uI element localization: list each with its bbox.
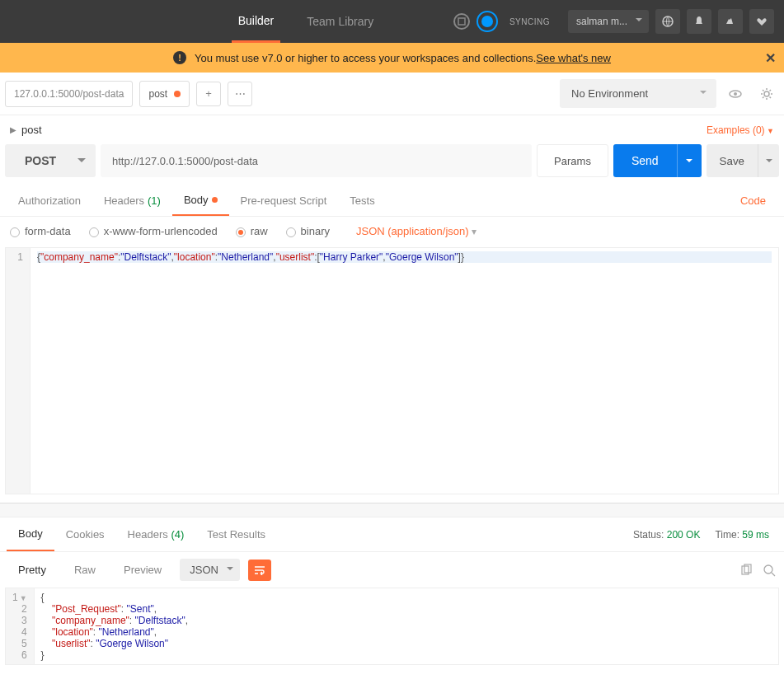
response-tabs: Body Cookies Headers (4) Test Results St… [0,517,784,552]
resp-tab-body[interactable]: Body [7,517,54,551]
params-button[interactable]: Params [537,144,608,177]
sync-status: SYNCING [509,17,550,26]
resp-tab-testresults[interactable]: Test Results [195,518,277,550]
status-label: Status: [633,529,664,541]
wrap-lines-button[interactable] [248,560,271,581]
env-quicklook-icon[interactable] [723,82,748,106]
unsaved-dot-icon [174,91,181,97]
view-preview[interactable]: Preview [114,559,171,581]
heart-icon[interactable] [749,9,774,34]
status-value: 200 OK [667,529,701,541]
send-options-button[interactable] [677,144,702,177]
tab-body-label: Body [184,194,209,206]
svg-point-7 [764,565,772,574]
request-body-editor[interactable]: 1 {"company_name":"Delftstack","location… [5,247,779,494]
svg-point-4 [764,91,769,96]
tab-authorization[interactable]: Authorization [7,186,92,215]
tab-tests[interactable]: Tests [338,186,386,215]
resp-tab-headers-label: Headers [128,528,168,541]
response-toolbar: Pretty Raw Preview JSON [0,552,784,588]
request-tab-current[interactable]: post [139,81,190,107]
editor-gutter: 1 [6,248,31,494]
whats-new-link[interactable]: See what's new [536,52,611,64]
examples-dropdown[interactable]: Examples (0) [707,124,774,136]
tab-headers[interactable]: Headers (1) [92,186,172,215]
svg-line-8 [772,573,775,576]
url-input[interactable] [101,144,532,177]
content-type-dropdown[interactable]: JSON (application/json) [356,225,477,237]
env-settings-icon[interactable] [754,82,779,106]
capture-icon[interactable] [453,13,470,30]
radio-binary[interactable]: binary [286,225,330,237]
time-value: 59 ms [742,529,769,541]
send-button[interactable]: Send [613,144,677,177]
view-raw[interactable]: Raw [64,559,106,581]
browse-icon[interactable] [655,9,680,34]
save-options-button[interactable] [758,144,779,177]
warning-icon: ! [173,51,186,64]
request-tab-prev[interactable]: 127.0.0.1:5000/post-data [5,81,133,107]
breadcrumb-title: post [21,124,42,136]
environment-dropdown[interactable]: No Environment [560,79,716,108]
method-dropdown[interactable]: POST [5,144,96,177]
resp-gutter: 1▼ 2 3 4 5 6 [6,588,35,664]
tab-options-button[interactable]: ⋯ [228,82,252,106]
user-dropdown[interactable]: salman m... [568,10,649,33]
resp-tab-headers[interactable]: Headers (4) [116,518,196,550]
view-pretty[interactable]: Pretty [8,559,56,581]
response-body-editor[interactable]: 1▼ 2 3 4 5 6 { "Post_Request": "Sent", "… [5,588,779,665]
request-subtabs: Authorization Headers (1) Body Pre-reque… [0,185,784,217]
resp-tab-headers-count: (4) [171,528,184,541]
tab-headers-count: (1) [148,194,161,207]
resp-tab-cookies[interactable]: Cookies [54,518,116,550]
radio-raw[interactable]: raw [236,225,268,237]
settings-icon[interactable] [718,9,743,34]
tab-headers-label: Headers [104,194,144,207]
warning-text: You must use v7.0 or higher to access yo… [195,52,536,64]
time-label: Time: [715,529,739,541]
body-type-row: form-data x-www-form-urlencoded raw bina… [0,217,784,246]
breadcrumb-arrow-icon: ▶ [10,125,16,134]
svg-rect-0 [458,18,465,25]
close-warning-button[interactable]: ✕ [765,50,776,66]
radio-form-data[interactable]: form-data [10,225,71,237]
top-bar: Builder Team Library SYNCING salman m... [0,0,784,43]
copy-response-icon[interactable] [739,564,753,577]
save-button[interactable]: Save [707,144,758,177]
search-response-icon[interactable] [763,564,776,577]
response-divider [0,503,784,517]
sync-icon[interactable] [477,11,498,32]
body-dot-icon [212,197,218,203]
request-row: POST Params Send Save [0,144,784,185]
response-lang-dropdown[interactable]: JSON [180,559,240,581]
editor-content[interactable]: {"company_name":"Delftstack","location":… [31,248,778,494]
notifications-icon[interactable] [687,9,711,34]
tab-prerequest[interactable]: Pre-request Script [229,186,339,215]
new-tab-button[interactable]: + [196,82,221,106]
response-meta: Status: 200 OK Time: 59 ms [633,529,777,541]
tab-team-library[interactable]: Team Library [300,2,380,41]
resp-content[interactable]: { "Post_Request": "Sent", "company_name"… [35,588,778,664]
tab-body[interactable]: Body [172,185,229,216]
svg-point-3 [734,92,737,96]
request-tabs-row: 127.0.0.1:5000/post-data post + ⋯ No Env… [0,73,784,115]
warning-bar: ! You must use v7.0 or higher to access … [0,43,784,73]
breadcrumb-row: ▶ post Examples (0) [0,115,784,144]
code-link[interactable]: Code [729,186,777,215]
tab-builder[interactable]: Builder [232,1,281,43]
request-tab-current-label: post [148,88,167,100]
radio-urlencoded[interactable]: x-www-form-urlencoded [89,225,218,237]
